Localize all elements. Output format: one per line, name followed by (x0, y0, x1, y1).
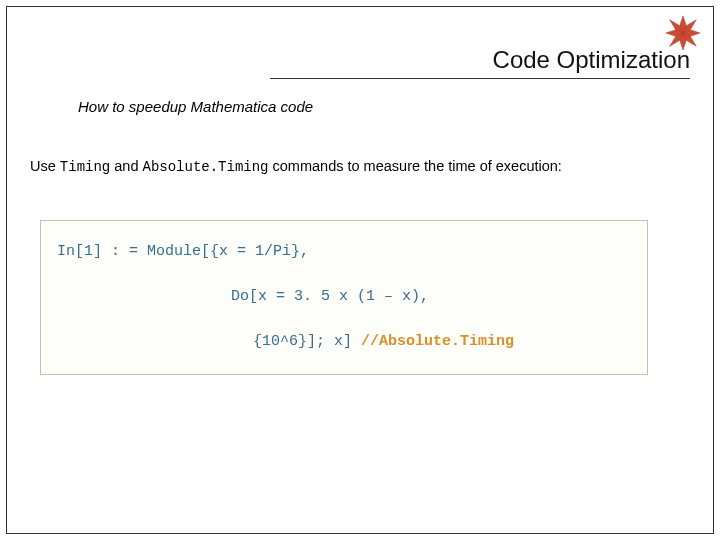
code-postfix-absolutetiming: //Absolute.Timing (361, 333, 514, 350)
code-block: In[1] : = Module[{x = 1/Pi}, Do[x = 3. 5… (40, 220, 648, 375)
code-line-1: In[1] : = Module[{x = 1/Pi}, (57, 241, 631, 262)
body-paragraph: Use Timing and Absolute.Timing commands … (30, 158, 562, 175)
code-line-3: {10^6}]; x] //Absolute.Timing (57, 331, 631, 352)
inline-code-absolutetiming: Absolute.Timing (143, 159, 269, 175)
subtitle: How to speedup Mathematica code (78, 98, 313, 115)
inline-code-timing: Timing (60, 159, 110, 175)
body-prefix: Use (30, 158, 60, 174)
body-suffix: commands to measure the time of executio… (269, 158, 562, 174)
code-line-3-plain: {10^6}]; x] (253, 333, 361, 350)
title-area: Code Optimization (260, 46, 690, 79)
code-line-2: Do[x = 3. 5 x (1 – x), (57, 286, 631, 307)
page-title: Code Optimization (260, 46, 690, 74)
title-underline (270, 78, 690, 79)
body-mid: and (110, 158, 142, 174)
